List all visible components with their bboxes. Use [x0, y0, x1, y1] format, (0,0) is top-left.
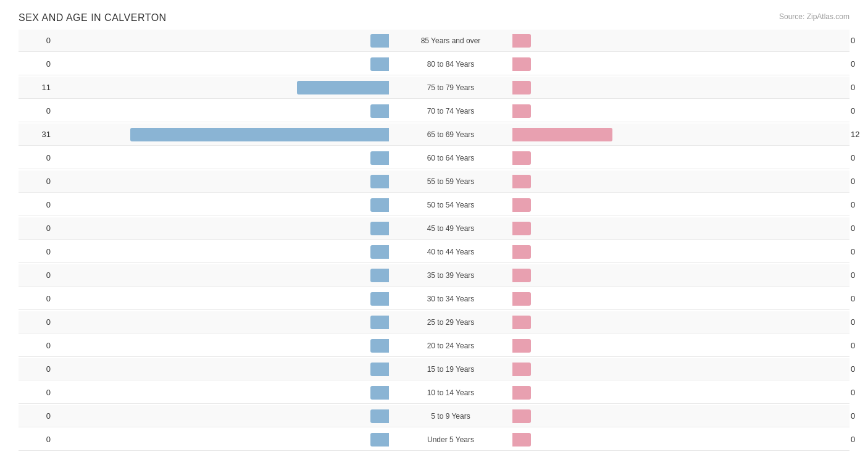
- female-bar: [512, 57, 531, 71]
- right-bar-container: [512, 316, 846, 329]
- right-bar-container: [512, 245, 846, 259]
- male-value: 11: [19, 83, 56, 92]
- right-bar-container: [512, 57, 846, 71]
- right-bar-container: [512, 104, 846, 118]
- male-bar: [370, 198, 389, 212]
- right-bar-container: [512, 198, 846, 212]
- left-bar-container: [56, 316, 389, 329]
- left-bar-container: [56, 433, 389, 447]
- male-value: 0: [19, 388, 56, 397]
- right-bar-container: [512, 34, 846, 48]
- male-bar: [370, 34, 389, 48]
- male-value: 0: [19, 364, 56, 374]
- female-value: 0: [846, 435, 868, 444]
- right-bar-container: [512, 292, 846, 306]
- female-bar: [512, 81, 531, 94]
- right-bar-container: [512, 175, 846, 188]
- age-label: 70 to 74 Years: [389, 107, 512, 115]
- male-bar: [370, 104, 389, 118]
- left-bar-container: [56, 363, 389, 376]
- female-bar: [512, 222, 531, 235]
- bar-row: 0 80 to 84 Years 0: [19, 53, 849, 75]
- male-bar: [370, 339, 389, 353]
- male-bar: [370, 175, 389, 188]
- age-label: 35 to 39 Years: [389, 271, 512, 280]
- bar-row: 11 75 to 79 Years 0: [19, 77, 849, 99]
- left-bar-container: [56, 104, 389, 118]
- age-label: 25 to 29 Years: [389, 318, 512, 327]
- bar-row: 0 45 to 49 Years 0: [19, 217, 849, 240]
- left-bar-container: [56, 245, 389, 259]
- female-value: 0: [846, 177, 868, 186]
- bar-row: 0 15 to 19 Years 0: [19, 358, 849, 380]
- female-value: 0: [846, 59, 868, 69]
- chart-area: 0 85 Years and over 0 0 80 to 84 Years 0…: [19, 30, 849, 451]
- male-bar: [370, 245, 389, 259]
- age-label: 10 to 14 Years: [389, 388, 512, 397]
- female-value: 0: [846, 247, 868, 256]
- left-bar-container: [56, 175, 389, 188]
- female-bar: [512, 151, 531, 165]
- male-value: 0: [19, 200, 56, 209]
- male-value: 0: [19, 341, 56, 350]
- female-bar: [512, 316, 531, 329]
- bar-row: 0 60 to 64 Years 0: [19, 147, 849, 169]
- right-bar-container: [512, 433, 846, 447]
- female-value: 0: [846, 224, 868, 233]
- age-label: 40 to 44 Years: [389, 248, 512, 256]
- right-bar-container: [512, 409, 846, 423]
- male-value: 0: [19, 177, 56, 186]
- right-bar-container: [512, 339, 846, 353]
- age-label: 80 to 84 Years: [389, 60, 512, 69]
- male-value: 0: [19, 270, 56, 280]
- female-bar: [512, 339, 531, 353]
- bar-row: 0 10 to 14 Years 0: [19, 382, 849, 404]
- bar-row: 0 5 to 9 Years 0: [19, 405, 849, 427]
- age-label: 50 to 54 Years: [389, 201, 512, 209]
- male-bar: [370, 316, 389, 329]
- female-bar: [512, 409, 531, 423]
- right-bar-container: [512, 128, 846, 141]
- male-bar: [370, 433, 389, 447]
- age-label: 65 to 69 Years: [389, 130, 512, 139]
- chart-container: SEX AND AGE IN CALVERTON Source: ZipAtla…: [0, 0, 868, 457]
- age-label: 75 to 79 Years: [389, 83, 512, 92]
- age-label: 55 to 59 Years: [389, 177, 512, 186]
- left-bar-container: [56, 34, 389, 48]
- bar-row: 0 40 to 44 Years 0: [19, 241, 849, 263]
- female-bar: [512, 198, 531, 212]
- left-bar-container: [56, 128, 389, 141]
- bar-row: 0 Under 5 Years 0: [19, 429, 849, 451]
- female-value: 0: [846, 341, 868, 350]
- female-value: 0: [846, 83, 868, 92]
- female-value: 0: [846, 364, 868, 374]
- male-value: 0: [19, 247, 56, 256]
- bar-row: 0 70 to 74 Years 0: [19, 100, 849, 122]
- male-value: 0: [19, 224, 56, 233]
- male-value: 0: [19, 411, 56, 421]
- female-value: 0: [846, 106, 868, 115]
- female-value: 0: [846, 200, 868, 209]
- right-bar-container: [512, 81, 846, 94]
- male-bar: [370, 57, 389, 71]
- age-label: 85 Years and over: [389, 36, 512, 45]
- male-value: 0: [19, 36, 56, 45]
- right-bar-container: [512, 222, 846, 235]
- bar-row: 0 20 to 24 Years 0: [19, 335, 849, 357]
- female-bar: [512, 128, 612, 141]
- bar-row: 0 25 to 29 Years 0: [19, 311, 849, 333]
- left-bar-container: [56, 409, 389, 423]
- bar-row: 0 50 to 54 Years 0: [19, 194, 849, 216]
- left-bar-container: [56, 339, 389, 353]
- female-bar: [512, 363, 531, 376]
- male-bar: [370, 386, 389, 400]
- male-bar: [297, 81, 389, 94]
- female-value: 0: [846, 270, 868, 280]
- right-bar-container: [512, 386, 846, 400]
- bar-row: 0 85 Years and over 0: [19, 30, 849, 52]
- age-label: 45 to 49 Years: [389, 224, 512, 233]
- male-bar: [370, 409, 389, 423]
- left-bar-container: [56, 81, 389, 94]
- age-label: 20 to 24 Years: [389, 342, 512, 350]
- age-label: Under 5 Years: [389, 435, 512, 444]
